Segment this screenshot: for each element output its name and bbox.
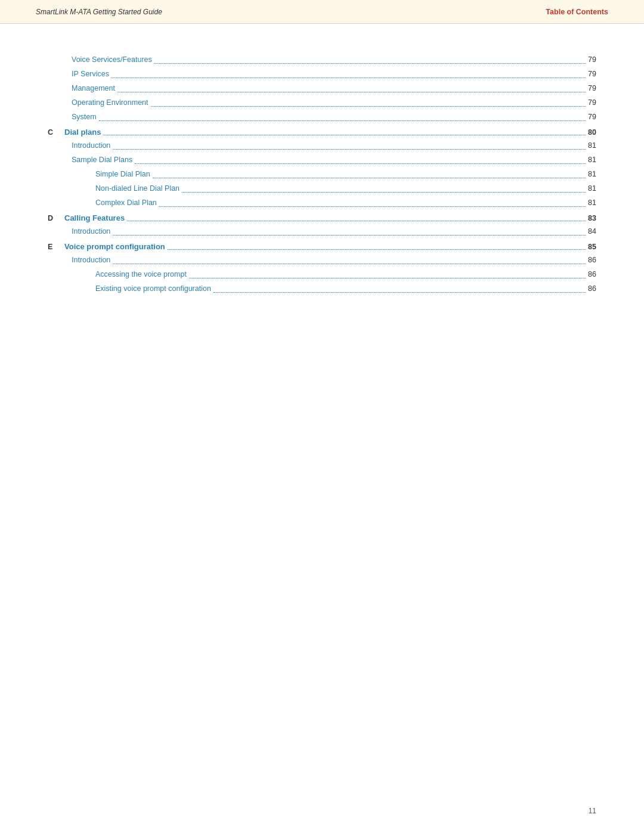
toc-link[interactable]: Complex Dial Plan	[95, 197, 157, 209]
toc-page: 81	[588, 154, 596, 166]
toc-dots	[112, 71, 586, 79]
section-letter-d: D	[48, 214, 64, 222]
toc-dots	[113, 228, 586, 236]
toc-dots	[189, 271, 586, 279]
toc-link[interactable]: Introduction	[72, 254, 110, 266]
toc-page: 81	[588, 182, 596, 194]
list-item: Sample Dial Plans 81	[48, 154, 596, 166]
list-item: System 79	[48, 111, 596, 123]
toc-section-e: E Voice prompt configuration 85 Introduc…	[48, 242, 596, 295]
toc-dots	[182, 185, 586, 193]
page-header: SmartLink M-ATA Getting Started Guide Ta…	[0, 0, 644, 24]
toc-dots	[127, 213, 586, 221]
list-item: Complex Dial Plan 81	[48, 197, 596, 209]
list-item: Introduction 81	[48, 140, 596, 151]
section-content-e: Voice prompt configuration 85	[64, 242, 596, 252]
toc-link[interactable]: Management	[72, 82, 115, 94]
toc-link-bold[interactable]: Dial plans	[64, 128, 101, 137]
toc-link[interactable]: Voice Services/Features	[72, 54, 152, 66]
toc-dots	[113, 257, 586, 265]
toc-page-bold: 80	[588, 128, 596, 137]
toc-dots	[135, 157, 586, 165]
list-item: Operating Environment 79	[48, 97, 596, 109]
list-item: Accessing the voice prompt 86	[48, 268, 596, 280]
toc-dots	[103, 128, 586, 135]
toc-page-bold: 83	[588, 214, 596, 222]
toc-link[interactable]: Sample Dial Plans	[72, 154, 132, 166]
list-item: Existing voice prompt configuration 86	[48, 283, 596, 295]
list-item: IP Services 79	[48, 68, 596, 80]
toc-link[interactable]: Simple Dial Plan	[95, 168, 150, 180]
toc-page: 84	[588, 225, 596, 237]
toc-page: 79	[588, 68, 596, 80]
toc-dots	[117, 85, 586, 93]
toc-dots	[168, 242, 586, 250]
list-item: Introduction 84	[48, 225, 596, 237]
toc-link-bold[interactable]: Voice prompt configuration	[64, 242, 165, 251]
toc-link[interactable]: Introduction	[72, 140, 110, 151]
toc-page: 81	[588, 197, 596, 209]
toc-page: 79	[588, 82, 596, 94]
toc-dots	[153, 171, 586, 179]
section-header-e: E Voice prompt configuration 85	[48, 242, 596, 252]
section-content-d: Calling Features 83	[64, 213, 596, 223]
toc-page: 79	[588, 111, 596, 123]
toc-link[interactable]: Existing voice prompt configuration	[95, 283, 211, 295]
toc-link-bold[interactable]: Calling Features	[64, 213, 125, 222]
toc-page: 86	[588, 268, 596, 280]
toc-link[interactable]: Operating Environment	[72, 97, 148, 109]
section-header-d: D Calling Features 83	[48, 213, 596, 223]
toc-dots	[151, 100, 586, 107]
toc-dots	[113, 143, 586, 150]
toc-link[interactable]: Non-dialed Line Dial Plan	[95, 182, 179, 194]
list-item: Introduction 86	[48, 254, 596, 266]
toc-dots	[99, 114, 586, 122]
header-toc-label: Table of Contents	[546, 8, 608, 16]
page-wrapper: SmartLink M-ATA Getting Started Guide Ta…	[0, 0, 644, 833]
toc-page: 86	[588, 254, 596, 266]
list-item: Voice Services/Features 79	[48, 54, 596, 66]
toc-section-c: C Dial plans 80 Introduction 81 Sample D…	[48, 128, 596, 209]
list-item: Management 79	[48, 82, 596, 94]
list-item: Simple Dial Plan 81	[48, 168, 596, 180]
section-header-c: C Dial plans 80	[48, 128, 596, 137]
toc-page: 81	[588, 168, 596, 180]
section-letter-e: E	[48, 243, 64, 251]
toc-link[interactable]: IP Services	[72, 68, 109, 80]
toc-dots	[154, 57, 586, 64]
section-letter-c: C	[48, 128, 64, 137]
page-content: Voice Services/Features 79 IP Services 7…	[0, 24, 644, 347]
toc-page-bold: 85	[588, 243, 596, 251]
page-number: 11	[589, 807, 596, 815]
toc-dots	[159, 200, 586, 208]
header-book-title: SmartLink M-ATA Getting Started Guide	[36, 8, 162, 16]
section-content-c: Dial plans 80	[64, 128, 596, 137]
toc-group-top: Voice Services/Features 79 IP Services 7…	[48, 54, 596, 123]
page-footer: 11	[589, 807, 596, 815]
toc-section-d: D Calling Features 83 Introduction 84	[48, 213, 596, 237]
list-item: Non-dialed Line Dial Plan 81	[48, 182, 596, 194]
toc-dots	[213, 286, 586, 293]
toc-page: 86	[588, 283, 596, 295]
toc-link[interactable]: System	[72, 111, 97, 123]
toc-page: 81	[588, 140, 596, 151]
toc-link[interactable]: Introduction	[72, 225, 110, 237]
toc-link[interactable]: Accessing the voice prompt	[95, 268, 187, 280]
toc-page: 79	[588, 54, 596, 66]
toc-page: 79	[588, 97, 596, 109]
